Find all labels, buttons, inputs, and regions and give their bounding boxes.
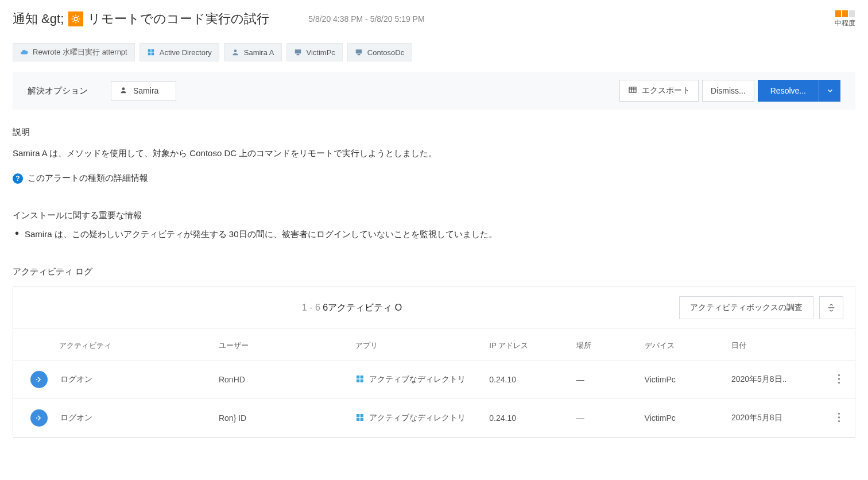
breadcrumb[interactable]: 通知 &gt; bbox=[13, 10, 64, 28]
info-icon: ? bbox=[13, 173, 23, 184]
svg-point-0 bbox=[74, 17, 78, 21]
svg-rect-16 bbox=[360, 379, 363, 382]
svg-rect-2 bbox=[151, 49, 154, 52]
table-row[interactable]: ログオンRon} IDアクティブなディレクトリ0.24.10—VictimPc2… bbox=[13, 399, 855, 438]
severity-bar-3 bbox=[849, 10, 855, 17]
cell-device: VictimPc bbox=[638, 361, 724, 399]
more-info-link[interactable]: ? このアラートの種類の詳細情報 bbox=[13, 173, 855, 184]
cell-ip: 0.24.10 bbox=[482, 361, 569, 399]
description-label: 説明 bbox=[13, 127, 855, 138]
activity-log-title: アクティビティ ログ bbox=[13, 266, 855, 277]
important-item: •Samira は、この疑わしいアクティビティが発生する 30日の間に、被害者に… bbox=[15, 229, 855, 240]
svg-rect-7 bbox=[297, 55, 299, 55]
entity-chip-3[interactable]: VictimPc bbox=[286, 43, 343, 61]
severity-label: 中程度 bbox=[835, 18, 855, 28]
device-icon bbox=[294, 48, 302, 56]
svg-rect-9 bbox=[358, 55, 360, 55]
date-range: 5/8/20 4:38 PM - 5/8/20 5:19 PM bbox=[308, 14, 424, 24]
col-date[interactable]: 日付 bbox=[724, 329, 824, 361]
dismiss-button[interactable]: Dismiss... bbox=[702, 80, 754, 102]
col-location[interactable]: 場所 bbox=[569, 329, 638, 361]
cell-app: アクティブなディレクトリ bbox=[369, 374, 466, 385]
logon-icon bbox=[30, 409, 48, 427]
svg-rect-13 bbox=[356, 376, 359, 378]
chip-label: Samira A bbox=[244, 48, 274, 57]
investigate-button[interactable]: アクティビティボックスの調査 bbox=[679, 296, 813, 319]
cell-user: Ron} ID bbox=[212, 399, 348, 438]
chip-label: Active Directory bbox=[160, 48, 212, 57]
entity-chip-1[interactable]: Active Directory bbox=[140, 43, 219, 61]
svg-point-12 bbox=[36, 379, 37, 380]
svg-point-10 bbox=[122, 87, 125, 90]
svg-point-27 bbox=[838, 420, 840, 421]
chip-label: VictimPc bbox=[307, 48, 335, 57]
svg-rect-24 bbox=[360, 417, 363, 420]
activity-log: 1 - 6 6アクティビティ O アクティビティボックスの調査 アクティビティ … bbox=[13, 287, 855, 438]
col-app[interactable]: アプリ bbox=[348, 329, 483, 361]
svg-rect-8 bbox=[356, 49, 362, 53]
chip-label: ContosoDc bbox=[367, 48, 404, 57]
svg-rect-14 bbox=[360, 376, 363, 378]
svg-rect-22 bbox=[360, 414, 363, 417]
svg-rect-1 bbox=[148, 49, 150, 52]
svg-rect-11 bbox=[629, 87, 636, 92]
cell-activity: ログオン bbox=[60, 374, 92, 385]
cell-user: RonHD bbox=[212, 361, 348, 399]
expand-button[interactable] bbox=[819, 296, 843, 319]
col-activity[interactable]: アクティビティ bbox=[13, 329, 212, 361]
export-button[interactable]: エクスポート bbox=[619, 80, 699, 102]
more-info-text[interactable]: このアラートの種類の詳細情報 bbox=[28, 173, 148, 184]
resolve-label: Resolve... bbox=[758, 80, 819, 102]
resolve-button[interactable]: Resolve... bbox=[758, 80, 840, 102]
svg-point-17 bbox=[838, 374, 840, 376]
resolution-toolbar: 解決オプション Samira エクスポート Dismiss... Resolve… bbox=[13, 72, 855, 110]
user-selector-label: Samira bbox=[133, 86, 158, 95]
svg-rect-4 bbox=[151, 53, 154, 56]
svg-point-5 bbox=[234, 49, 237, 52]
export-icon bbox=[628, 86, 637, 96]
col-user[interactable]: ユーザー bbox=[212, 329, 348, 361]
col-device[interactable]: デバイス bbox=[638, 329, 724, 361]
table-row[interactable]: ログオンRonHDアクティブなディレクトリ0.24.10—VictimPc202… bbox=[13, 361, 855, 399]
row-menu-button[interactable] bbox=[824, 361, 855, 399]
windows-icon bbox=[355, 374, 365, 385]
important-item-text: Samira は、この疑わしいアクティビティが発生する 30日の間に、被害者にロ… bbox=[25, 229, 497, 240]
user-icon bbox=[119, 86, 127, 96]
svg-rect-6 bbox=[294, 49, 301, 53]
user-selector[interactable]: Samira bbox=[111, 81, 176, 101]
windows-icon bbox=[355, 413, 365, 424]
bullet-icon: • bbox=[15, 229, 19, 240]
dismiss-label: Dismiss... bbox=[711, 86, 746, 95]
svg-rect-21 bbox=[356, 414, 359, 417]
entity-chips: Rewrote 水曜日実行 atternptActive DirectorySa… bbox=[13, 43, 855, 61]
windows-icon bbox=[147, 48, 155, 56]
cell-app: アクティブなディレクトリ bbox=[369, 413, 466, 423]
resolve-dropdown[interactable] bbox=[819, 80, 840, 102]
important-title: インストールに関する重要な情報 bbox=[13, 210, 855, 221]
entity-chip-2[interactable]: Samira A bbox=[224, 43, 282, 61]
svg-point-26 bbox=[838, 416, 840, 418]
user-icon bbox=[231, 48, 239, 56]
entity-chip-4[interactable]: ContosoDc bbox=[347, 43, 412, 61]
row-menu-button[interactable] bbox=[824, 399, 855, 438]
toolbar-label: 解決オプション bbox=[28, 86, 88, 96]
svg-point-25 bbox=[838, 412, 840, 414]
logon-icon bbox=[30, 371, 48, 388]
severity-bar-1 bbox=[835, 10, 841, 17]
svg-point-19 bbox=[838, 381, 840, 383]
svg-rect-15 bbox=[356, 379, 359, 382]
export-label: エクスポート bbox=[642, 86, 690, 96]
description-text: Samira A は、メソッドを使用して、対象から Contoso DC 上のコ… bbox=[13, 148, 855, 159]
cloud-icon bbox=[20, 48, 28, 56]
severity-badge: 中程度 bbox=[835, 10, 855, 28]
svg-point-18 bbox=[838, 378, 840, 380]
header: 通知 &gt; リモートでのコード実行の試行 5/8/20 4:38 PM - … bbox=[13, 10, 855, 28]
important-list: •Samira は、この疑わしいアクティビティが発生する 30日の間に、被害者に… bbox=[13, 229, 855, 240]
cell-location: — bbox=[569, 361, 638, 399]
svg-rect-3 bbox=[148, 53, 150, 56]
entity-chip-0[interactable]: Rewrote 水曜日実行 atternpt bbox=[13, 43, 135, 61]
page-title: リモートでのコード実行の試行 bbox=[88, 10, 269, 28]
svg-point-20 bbox=[36, 417, 37, 419]
col-ip[interactable]: IP アドレス bbox=[482, 329, 569, 361]
device-icon bbox=[355, 48, 363, 56]
